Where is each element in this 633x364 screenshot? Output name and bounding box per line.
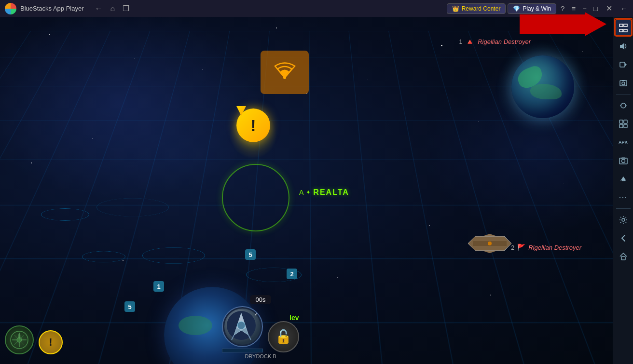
exclamation-badge[interactable]: ! <box>39 330 63 354</box>
home-sidebar-button[interactable] <box>615 248 632 265</box>
svg-rect-25 <box>624 120 627 123</box>
arrow-back-button[interactable]: ← <box>618 3 630 13</box>
svg-marker-2 <box>482 234 497 236</box>
signal-icon-container[interactable] <box>261 51 309 94</box>
logo-area: BlueStacks App Player <box>0 3 89 14</box>
sidebar-divider-1 <box>616 94 631 94</box>
dock-lock-button[interactable]: 🔓 <box>268 321 299 352</box>
titlebar-nav: ← ⌂ ❐ <box>93 3 132 14</box>
record-button[interactable] <box>615 56 632 73</box>
screenshot-button[interactable] <box>615 74 632 92</box>
enemy-label-top: 1 🔺 Rigellian Destroyer <box>459 37 531 46</box>
svg-rect-15 <box>624 29 627 32</box>
badge-2-right: 2 <box>287 269 297 279</box>
dock-ship-button[interactable]: ↗ <box>222 306 263 347</box>
svg-rect-13 <box>624 24 627 27</box>
right-sidebar: APK ··· <box>613 17 633 364</box>
dock-ship-area: ↗ 🔓 <box>222 306 299 352</box>
federation-logo[interactable] <box>5 325 34 354</box>
ship-dock[interactable]: 00s ↗ <box>222 295 299 359</box>
enemy-flag-bottom: 🚩 <box>517 243 525 251</box>
svg-rect-26 <box>619 124 623 128</box>
svg-point-32 <box>622 218 625 221</box>
arrow-rect <box>520 14 587 34</box>
enemy-icon-top: 🔺 <box>465 37 475 46</box>
svg-rect-21 <box>622 80 625 81</box>
svg-rect-17 <box>620 62 625 67</box>
svg-rect-33 <box>621 256 625 260</box>
exclamation-marker[interactable]: ! <box>236 108 246 116</box>
svg-marker-3 <box>482 251 497 253</box>
svg-point-29 <box>621 160 625 163</box>
green-ring <box>222 164 289 231</box>
dock-timer: 00s <box>250 295 272 304</box>
svg-marker-22 <box>626 105 627 107</box>
svg-point-0 <box>283 76 286 79</box>
back-sidebar-button[interactable] <box>615 229 632 247</box>
orbit-4 <box>41 208 89 220</box>
sidebar-divider-2 <box>616 208 631 209</box>
badge-1: 1 <box>153 281 164 292</box>
badge-5-top: 5 <box>245 249 256 260</box>
back-nav-button[interactable]: ← <box>93 3 105 14</box>
enemy-num-top: 1 <box>459 39 462 45</box>
svg-point-5 <box>488 242 492 245</box>
crown-icon: 👑 <box>452 5 459 12</box>
svg-marker-18 <box>625 63 627 66</box>
ship-arrow-icon: ↗ <box>254 310 260 317</box>
lev-partial-text: lev <box>289 314 299 322</box>
svg-rect-31 <box>622 180 625 181</box>
orbit-2 <box>82 251 125 262</box>
orbit-5 <box>96 198 169 216</box>
dock-label: DRYDOCK B <box>245 353 276 359</box>
camera-button[interactable] <box>615 152 632 169</box>
svg-rect-14 <box>619 29 623 32</box>
marker-exclamation: ! <box>250 117 256 134</box>
svg-rect-12 <box>619 24 623 27</box>
svg-marker-23 <box>620 105 621 107</box>
more-button[interactable]: ··· <box>615 189 632 206</box>
game-area[interactable]: 1 🔺 Rigellian Destroyer ! A ✦ REALTA <box>0 17 613 364</box>
flight-mode-button[interactable] <box>615 170 632 188</box>
home-nav-button[interactable]: ⌂ <box>108 3 118 14</box>
app-title: BlueStacks App Player <box>20 5 84 12</box>
orbit-1 <box>142 247 205 264</box>
realta-prefix: A <box>299 189 303 196</box>
arrow-body <box>520 12 606 36</box>
volume-button[interactable] <box>615 38 632 55</box>
red-arrow-annotation <box>520 12 606 36</box>
svg-rect-27 <box>624 124 627 128</box>
svg-point-20 <box>622 82 625 85</box>
dock-progress-bar <box>222 349 263 352</box>
sync-button[interactable] <box>615 97 632 114</box>
duplicate-nav-button[interactable]: ❐ <box>120 3 132 14</box>
planet-earth <box>511 55 574 118</box>
settings-button[interactable] <box>615 211 632 229</box>
realta-label: A ✦ REALTA <box>299 188 349 197</box>
enemy-num-bottom: 2 <box>511 244 514 251</box>
signal-icon <box>272 57 298 87</box>
realta-text: REALTA <box>313 188 349 197</box>
reward-center-button[interactable]: 👑 Reward Center <box>447 3 506 14</box>
enemy-label-bottom: 2 🚩 Rigellian Destroyer <box>511 243 581 251</box>
enemy-text-top: Rigellian Destroyer <box>478 38 531 45</box>
svg-rect-24 <box>619 120 623 123</box>
gem-icon: 💎 <box>513 5 520 12</box>
badge-5-bot: 5 <box>124 301 135 312</box>
svg-point-9 <box>237 322 245 329</box>
bluestacks-logo <box>5 3 16 14</box>
fullscreen-button[interactable] <box>615 19 632 37</box>
enemy-text-bottom: Rigellian Destroyer <box>528 244 581 251</box>
svg-marker-16 <box>620 43 624 50</box>
apk-button[interactable]: APK <box>615 134 632 151</box>
multi-instance-button[interactable] <box>615 115 632 133</box>
arrow-head <box>585 12 606 36</box>
enemy-ship-bottom <box>468 234 511 255</box>
realta-star: ✦ <box>306 189 311 196</box>
